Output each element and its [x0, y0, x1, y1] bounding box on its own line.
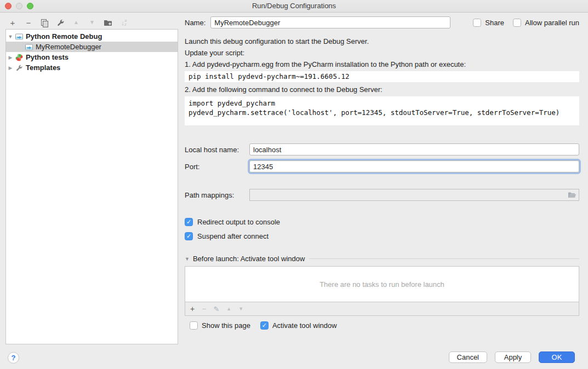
tree-item-label: Templates	[26, 64, 60, 72]
edit-task-button[interactable]: ✎	[213, 305, 219, 313]
share-checkbox[interactable]: Share	[473, 19, 504, 27]
checkbox-unchecked-icon	[513, 19, 521, 27]
add-configuration-button[interactable]: +	[7, 16, 19, 28]
show-this-page-label: Show this page	[202, 321, 250, 330]
suspend-after-connect-checkbox[interactable]: Suspend after connect	[185, 232, 579, 240]
move-down-button[interactable]: ▼	[86, 16, 98, 28]
tree-item-templates[interactable]: ▶ Templates	[6, 62, 178, 73]
task-toolbar: + − ✎ ▲ ▼	[185, 302, 579, 315]
port-label: Port:	[185, 163, 249, 171]
step-1-text: 1. Add pydevd-pycharm.egg from the PyCha…	[185, 61, 579, 68]
before-launch-label: Before launch: Activate tool window	[193, 255, 305, 263]
folder-add-icon	[104, 19, 112, 26]
show-this-page-checkbox[interactable]: Show this page	[190, 321, 250, 330]
wrench-icon	[15, 64, 24, 72]
tree-item-label: Python Remote Debug	[26, 32, 102, 41]
configurations-tree: ▼ Python Remote Debug MyRemoteDebugger	[5, 29, 178, 344]
pip-install-command: pip install pydevd-pycharm~=191.6605.12	[185, 71, 579, 82]
allow-parallel-run-checkbox[interactable]: Allow parallel run	[513, 19, 579, 27]
checkbox-checked-icon	[185, 232, 193, 240]
port-input[interactable]	[249, 160, 579, 172]
checkbox-checked-icon	[185, 218, 193, 226]
cancel-button[interactable]: Cancel	[449, 351, 487, 363]
configurations-toolbar: + − ▲ ▼ ↓ az	[7, 16, 130, 28]
move-task-down-button[interactable]: ▼	[238, 307, 243, 312]
step-2-text: 2. Add the following command to connect …	[185, 86, 579, 93]
chevron-right-icon[interactable]: ▶	[6, 55, 15, 60]
path-mappings-field[interactable]	[249, 189, 579, 201]
copy-configuration-button[interactable]	[38, 16, 50, 28]
name-input[interactable]	[210, 16, 450, 28]
path-mappings-row: Path mappings:	[185, 189, 579, 201]
python-tests-icon	[15, 54, 24, 61]
wrench-icon	[56, 19, 65, 27]
move-task-up-button[interactable]: ▲	[226, 307, 231, 312]
question-mark-icon: ?	[12, 354, 16, 362]
ok-button[interactable]: OK	[539, 351, 575, 363]
intro-line-2: Update your script:	[185, 49, 579, 56]
add-task-button[interactable]: +	[190, 305, 195, 313]
tree-item-label: Python tests	[26, 53, 68, 61]
tree-item-myremotedebugger[interactable]: MyRemoteDebugger	[6, 42, 178, 52]
port-row: Port:	[185, 160, 579, 172]
help-button[interactable]: ?	[8, 352, 19, 364]
intro-line-1: Launch this debug configuration to start…	[185, 38, 579, 45]
chevron-right-icon[interactable]: ▶	[6, 65, 15, 71]
local-host-name-input[interactable]	[249, 143, 579, 155]
code-line-2: pydevd_pycharm.settrace('localhost', por…	[189, 108, 560, 117]
edit-defaults-button[interactable]	[54, 16, 66, 28]
local-host-row: Local host name:	[185, 143, 579, 155]
suspend-after-connect-label: Suspend after connect	[197, 232, 269, 240]
code-line-1: import pydevd_pycharm	[189, 99, 275, 107]
before-launch-header[interactable]: ▼ Before launch: Activate tool window	[185, 255, 579, 263]
separator-line	[309, 258, 579, 259]
remote-debug-icon	[25, 43, 33, 51]
chevron-down-icon[interactable]: ▼	[6, 34, 15, 39]
local-host-name-label: Local host name:	[185, 146, 249, 154]
dialog-buttons: Cancel Apply OK	[449, 351, 575, 363]
checkbox-unchecked-icon	[473, 19, 481, 27]
settrace-code-block: import pydevd_pycharm pydevd_pycharm.set…	[185, 96, 579, 125]
apply-button[interactable]: Apply	[495, 351, 531, 363]
checkbox-unchecked-icon	[190, 321, 198, 330]
browse-folder-icon[interactable]	[568, 192, 576, 199]
share-label: Share	[485, 19, 504, 27]
tree-item-python-tests[interactable]: ▶ Python tests	[6, 52, 178, 62]
before-launch-task-list: There are no tasks to run before launch …	[185, 266, 579, 316]
redirect-output-label: Redirect output to console	[197, 218, 280, 226]
chevron-down-icon[interactable]: ▼	[185, 256, 190, 262]
sort-configurations-button[interactable]: ↓ az	[118, 16, 130, 28]
checkbox-checked-icon	[260, 321, 269, 330]
window-title: Run/Debug Configurations	[0, 0, 588, 12]
allow-parallel-run-label: Allow parallel run	[525, 19, 579, 27]
remove-configuration-button[interactable]: −	[22, 16, 35, 28]
configuration-form: Name: Share Allow parallel run Launch th…	[185, 16, 579, 330]
move-up-button[interactable]: ▲	[70, 16, 82, 28]
path-mappings-label: Path mappings:	[185, 191, 249, 199]
run-debug-configurations-dialog: Run/Debug Configurations + − ▲ ▼ ↓ az	[0, 0, 588, 369]
activate-tool-window-checkbox[interactable]: Activate tool window	[260, 321, 337, 330]
new-folder-button[interactable]	[102, 16, 114, 28]
name-label: Name:	[185, 19, 205, 27]
empty-tasks-message: There are no tasks to run before launch	[185, 267, 579, 302]
remove-task-button[interactable]: −	[202, 305, 206, 313]
sort-az-icon: ↓ az	[121, 19, 127, 26]
tree-item-label: MyRemoteDebugger	[36, 43, 101, 51]
remote-debug-icon	[15, 33, 24, 41]
copy-icon	[41, 19, 48, 26]
titlebar: Run/Debug Configurations	[0, 0, 588, 13]
activate-tool-window-label: Activate tool window	[272, 321, 337, 330]
tree-item-python-remote-debug[interactable]: ▼ Python Remote Debug	[6, 31, 178, 42]
redirect-output-checkbox[interactable]: Redirect output to console	[185, 218, 579, 226]
